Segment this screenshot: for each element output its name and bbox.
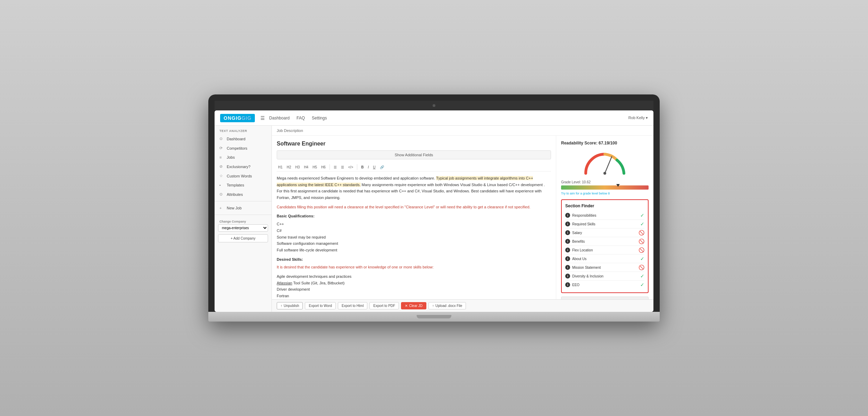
editor-toolbar: H1 H2 H3 H4 H5 H6 ☰ ☰ </> [277,163,551,172]
laptop-notch [417,315,451,318]
laptop-base [208,312,660,322]
laptop-top-bar [215,101,653,110]
content-body: Software Engineer Show Additional Fields… [272,136,653,299]
toolbar-h3[interactable]: H3 [294,165,301,170]
check-icon: ✓ [640,221,644,227]
sidebar-item-custom-words[interactable]: ☆ Custom Words [215,171,272,181]
toolbar-italic[interactable]: I [366,165,370,170]
basic-qual-list: C++ C# Some travel may be required Softw… [277,221,551,253]
ban-icon: 🚫 [639,265,644,270]
sidebar-item-new-job[interactable]: + New Job [215,203,272,213]
toolbar-sep-2 [357,164,357,170]
basic-qual-item: Software configuration management [277,240,551,247]
competitors-icon: ⟳ [219,146,224,150]
add-company-button[interactable]: + Add Company [218,234,268,242]
page-header: Job Description [272,126,653,136]
upload-icon: ↑ [432,304,434,308]
hamburger-icon[interactable]: ☰ [260,115,265,121]
clearance-para: Candidates filling this position will ne… [277,204,551,210]
sidebar-item-label: Exclusionary? [227,165,250,169]
change-company-label: Change Company [215,217,272,224]
toolbar-bold[interactable]: B [360,165,365,170]
toolbar-h4[interactable]: H4 [302,165,310,170]
section-diversity-inclusion[interactable]: i Diversity & Inclusion ✓ [565,272,644,281]
check-icon: ✓ [640,213,644,218]
user-info[interactable]: Rob Kelly ▾ [628,116,648,120]
toolbar-h1[interactable]: H1 [277,165,284,170]
section-label: Diversity & Inclusion [572,274,603,278]
desired-skills-heading: Desired Skills: [277,256,551,263]
sidebar-divider-2 [215,215,272,215]
info-icon: i [565,230,570,235]
svg-line-0 [605,157,612,173]
export-html-button[interactable]: Export to Html [338,302,367,309]
section-about-us[interactable]: i About Us ✓ [565,255,644,263]
toolbar-ol[interactable]: ☰ [340,165,345,170]
section-label: Salary [572,231,582,235]
clear-jd-button[interactable]: ✕ Clear JD [401,302,426,309]
section-flex-location[interactable]: i Flex Location 🚫 [565,246,644,255]
toolbar-h5[interactable]: H5 [311,165,318,170]
sidebar-item-dashboard[interactable]: ⊙ Dashboard [215,134,272,143]
nav-faq[interactable]: FAQ [297,116,305,120]
ban-icon: 🚫 [639,239,644,244]
section-eeo[interactable]: i EEO ✓ [565,281,644,289]
nav-dashboard[interactable]: Dashboard [269,116,290,120]
upload-docx-button[interactable]: ↑ Upload .docx File [428,302,466,309]
toolbar-ul[interactable]: ☰ [332,165,338,170]
grade-level: Grade Level: 10.62 [561,180,649,184]
sidebar-divider [215,201,272,201]
section-benefits[interactable]: i Benefits 🚫 [565,237,644,246]
job-title[interactable]: Software Engineer [277,141,551,147]
section-salary[interactable]: i Salary 🚫 [565,228,644,237]
gauge-svg [581,149,629,177]
nav-links: Dashboard FAQ Settings [269,116,628,120]
sidebar-item-label: Competitors [227,146,247,150]
sidebar-item-exclusionary[interactable]: ⊘ Exclusionary? [215,162,272,171]
svg-point-1 [603,172,606,175]
sidebar-item-jobs[interactable]: ≡ Jobs [215,153,272,162]
sidebar-item-competitors[interactable]: ⟳ Competitors [215,143,272,153]
sidebar-item-label: Dashboard [227,137,245,141]
export-word-button[interactable]: Export to Word [305,302,336,309]
editor-content[interactable]: Mega needs experienced Software Engineer… [277,175,551,299]
toolbar-h6[interactable]: H6 [320,165,327,170]
export-pdf-button[interactable]: Export to PDF [369,302,399,309]
sidebar-item-templates[interactable]: ▪ Templates [215,181,272,190]
grade-note: Try to aim for a grade level below 8 [561,192,649,195]
nav-settings[interactable]: Settings [312,116,327,120]
section-required-skills[interactable]: i Required Skills ✓ [565,220,644,228]
section-responsibilities[interactable]: i Responsibilities ✓ [565,211,644,220]
sidebar-item-label: Templates [227,183,244,187]
basic-qual-heading: Basic Qualifications: [277,213,551,219]
toolbar-code[interactable]: </> [347,165,354,170]
section-label: EEO [572,283,579,287]
section-mission-statement[interactable]: i Mission Statement 🚫 [565,263,644,272]
grade-bar [561,185,649,190]
section-label: Mission Statement [572,266,601,269]
incorrect-button[interactable]: Is info above incorrect? [561,297,649,299]
toolbar-link[interactable]: 🔗 [378,165,385,170]
info-icon: i [565,282,570,287]
basic-qual-item: C++ [277,221,551,227]
right-panel: Readability Score: 67.19/100 [556,136,653,299]
templates-icon: ▪ [219,183,224,187]
toolbar-underline[interactable]: U [372,165,377,170]
toolbar-sep-1 [329,164,330,170]
basic-qual-item: Full software life-cycle development [277,247,551,253]
info-icon: i [565,248,570,252]
new-job-icon: + [219,206,224,210]
check-icon: ✓ [640,273,644,279]
sidebar: TEXT ANALYZER ⊙ Dashboard ⟳ Competitors … [215,126,272,312]
desired-skill-item: Atlassian Tool Suite (Git, Jira, Bitbuck… [277,280,551,286]
gauge-container [561,149,649,177]
content-area: Job Description Software Engineer Show A… [272,126,653,312]
show-additional-fields-button[interactable]: Show Additional Fields [277,150,551,159]
ban-icon: 🚫 [639,247,644,253]
toolbar-h2[interactable]: H2 [285,165,293,170]
basic-qual-item: Some travel may be required [277,234,551,241]
unpublish-button[interactable]: ↑ Unpublish [277,302,303,309]
info-icon: i [565,222,570,226]
sidebar-item-attributes[interactable]: ⊙ Attributes [215,190,272,199]
company-select[interactable]: mega-enterprises [218,224,268,232]
